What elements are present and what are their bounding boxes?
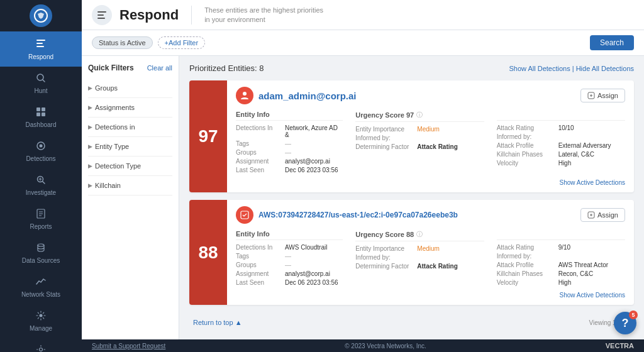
sidebar-item-detections[interactable]: Detections bbox=[0, 135, 82, 168]
sidebar-item-settings[interactable]: Settings bbox=[0, 338, 82, 352]
bottombar: Submit a Support Request © 2023 Vectra N… bbox=[82, 339, 644, 352]
sidebar-item-respond[interactable]: Respond bbox=[0, 31, 82, 67]
add-filter-button[interactable]: +Add Filter bbox=[158, 36, 206, 49]
show-active-detections-link-2[interactable]: Show Active Detections bbox=[560, 292, 626, 299]
entities-count: Prioritized Entities: 8 bbox=[189, 63, 264, 73]
topbar-icon bbox=[92, 5, 112, 25]
assignment-label-2: Assignment bbox=[236, 270, 280, 277]
settings-icon bbox=[36, 344, 46, 352]
card-body-1: Entity Info Detections In Network, Azure… bbox=[236, 111, 625, 175]
score-bar-1: 97 bbox=[189, 80, 227, 192]
active-filter-tag[interactable]: Status is Active bbox=[92, 36, 153, 49]
sidebar-item-detections-label: Detections bbox=[26, 155, 55, 162]
entity-info-2: Entity Info Detections In AWS Cloudtrail… bbox=[236, 230, 343, 288]
chevron-right-icon: ▶ bbox=[88, 85, 92, 91]
urgency-section-1: Urgency Score 97 ⓘ Entity Importance Med… bbox=[355, 111, 484, 175]
sidebar-item-investigate[interactable]: Investigate bbox=[0, 168, 82, 202]
attack-profile-label-1: Attack Profile bbox=[497, 142, 553, 149]
sidebar-item-network-stats[interactable]: Network Stats bbox=[0, 270, 82, 304]
determining-factor-label-1: Determining Factor bbox=[355, 143, 412, 150]
filter-detection-type-toggle[interactable]: ▶ Detection Type bbox=[88, 160, 172, 172]
assign-button-2[interactable]: Assign bbox=[580, 208, 625, 222]
detections-in-label-2: Detections In bbox=[236, 244, 280, 251]
attack-title-1 bbox=[497, 111, 625, 121]
sidebar-item-data-sources[interactable]: Data Sources bbox=[0, 236, 82, 270]
filter-detections-in-toggle[interactable]: ▶ Detections in bbox=[88, 121, 172, 133]
filter-detections-in-label: Detections in bbox=[95, 123, 135, 131]
svg-rect-32 bbox=[241, 211, 248, 219]
attack-row-killchain-1: Killchain Phases Lateral, C&C bbox=[497, 151, 625, 158]
show-active-detections-link-1[interactable]: Show Active Detections bbox=[560, 179, 626, 186]
card-header-1: adam_admin@corp.ai Assign bbox=[236, 87, 625, 104]
velocity-label-1: Velocity bbox=[497, 160, 553, 167]
attack-row-profile-1: Attack Profile External Adversary bbox=[497, 142, 625, 149]
urgency-title-1: Urgency Score 97 ⓘ bbox=[355, 111, 484, 122]
svg-line-13 bbox=[43, 182, 45, 184]
svg-rect-6 bbox=[36, 107, 40, 111]
search-button[interactable]: Search bbox=[590, 35, 634, 50]
attack-informed-label-2: Informed by: bbox=[497, 253, 553, 260]
sidebar-item-network-stats-label: Network Stats bbox=[21, 291, 60, 298]
urgency-score-title-2: Urgency Score 88 bbox=[355, 231, 414, 238]
entity-name-1[interactable]: adam_admin@corp.ai bbox=[258, 91, 575, 101]
killchain-label-2: Killchain Phases bbox=[497, 270, 553, 277]
filter-group-assignments: ▶ Assignments bbox=[88, 98, 172, 118]
svg-rect-1 bbox=[36, 40, 45, 41]
sidebar-item-manage[interactable]: Manage bbox=[0, 304, 82, 338]
attack-rating-label-1: Attack Rating bbox=[497, 124, 553, 131]
logo[interactable] bbox=[0, 0, 82, 31]
velocity-value-1: High bbox=[558, 160, 572, 167]
urgency-row-importance-2: Entity Importance Medium bbox=[355, 245, 484, 252]
info-row-assignment-2: Assignment analyst@corp.ai bbox=[236, 270, 343, 277]
svg-line-5 bbox=[43, 80, 45, 82]
topbar-subtitle: These entities are the highest prioritie… bbox=[204, 6, 330, 24]
copyright-text: © 2023 Vectra Networks, Inc. bbox=[345, 343, 426, 349]
help-badge: 5 bbox=[629, 311, 638, 319]
sidebar-item-reports[interactable]: Reports bbox=[0, 202, 82, 236]
filter-killchain-toggle[interactable]: ▶ Killchain bbox=[88, 180, 172, 191]
attack-spacer-1 bbox=[497, 111, 499, 118]
detections-icon bbox=[36, 141, 46, 153]
card-body-2: Entity Info Detections In AWS Cloudtrail… bbox=[236, 230, 625, 288]
sidebar-item-hunt[interactable]: Hunt bbox=[0, 67, 82, 101]
entity-info-title-1: Entity Info bbox=[236, 111, 343, 121]
support-link[interactable]: Submit a Support Request bbox=[92, 343, 165, 349]
filter-entity-type-toggle[interactable]: ▶ Entity Type bbox=[88, 141, 172, 152]
logo-icon bbox=[30, 4, 52, 27]
svg-rect-2 bbox=[36, 43, 43, 44]
filterbar: Status is Active +Add Filter Search bbox=[82, 30, 644, 56]
urgency-row-informed-2: Informed by: bbox=[355, 254, 484, 261]
show-all-detections-link[interactable]: Show All Detections bbox=[509, 65, 570, 72]
sidebar-item-investigate-label: Investigate bbox=[26, 189, 56, 196]
tags-value-1: — bbox=[285, 140, 291, 147]
hide-all-detections-link[interactable]: Hide All Detections bbox=[576, 65, 634, 72]
return-to-top-button[interactable]: Return to top ▲ bbox=[189, 315, 246, 330]
svg-rect-7 bbox=[42, 107, 45, 111]
sidebar-item-dashboard-label: Dashboard bbox=[26, 121, 57, 128]
urgency-info-icon-2: ⓘ bbox=[416, 230, 423, 239]
filters-clear-button[interactable]: Clear all bbox=[147, 64, 172, 72]
velocity-value-2: High bbox=[558, 279, 572, 286]
sidebar-item-dashboard[interactable]: Dashboard bbox=[0, 101, 82, 135]
filter-assignments-toggle[interactable]: ▶ Assignments bbox=[88, 102, 172, 113]
determining-factor-label-2: Determining Factor bbox=[355, 263, 412, 270]
chevron-right-icon: ▶ bbox=[88, 104, 92, 111]
attack-row-rating-1: Attack Rating 10/10 bbox=[497, 124, 625, 131]
help-bubble[interactable]: ? 5 bbox=[614, 312, 636, 334]
show-detections-1: Show Active Detections bbox=[236, 179, 625, 186]
last-seen-value-2: Dec 06 2023 03:56 bbox=[285, 279, 338, 286]
entity-importance-label-2: Entity Importance bbox=[355, 245, 412, 252]
entity-importance-label-1: Entity Importance bbox=[355, 126, 412, 133]
urgency-row-informed-1: Informed by: bbox=[355, 135, 484, 141]
score-bar-2: 88 bbox=[189, 200, 227, 305]
filter-killchain-label: Killchain bbox=[95, 182, 121, 189]
attack-row-informed-2: Informed by: bbox=[497, 253, 625, 260]
entity-info-1: Entity Info Detections In Network, Azure… bbox=[236, 111, 343, 175]
tags-label-2: Tags bbox=[236, 253, 280, 260]
filter-groups-toggle[interactable]: ▶ Groups bbox=[88, 82, 172, 94]
assign-button-1[interactable]: Assign bbox=[580, 89, 625, 102]
svg-point-11 bbox=[40, 145, 43, 148]
entity-avatar-2 bbox=[236, 206, 253, 224]
entity-name-2[interactable]: AWS:073942728427/us-east-1/ec2:i-0e97ca0… bbox=[258, 211, 575, 219]
info-row-detections-1: Detections In Network, Azure AD & bbox=[236, 124, 343, 138]
